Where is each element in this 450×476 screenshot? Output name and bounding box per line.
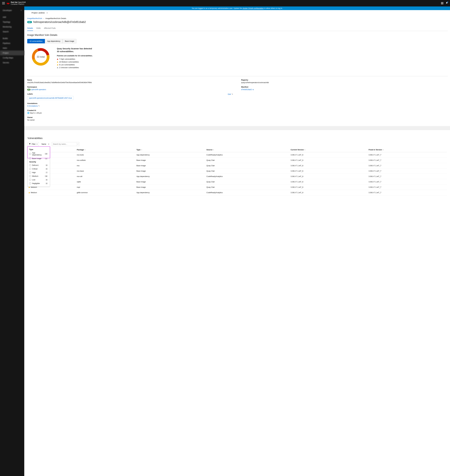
dd-item[interactable]: High7: [28, 171, 50, 174]
filter-button[interactable]: Filter▾: [28, 142, 39, 146]
breadcrumb-root[interactable]: ImageManifestVuln: [27, 17, 42, 19]
name-filter-button[interactable]: Name▾: [40, 142, 50, 146]
table-row: Highnss-softoknBase imageQuay Clair3.36.…: [28, 158, 447, 163]
checkbox[interactable]: [29, 153, 31, 155]
hamburger-menu-icon[interactable]: [2, 2, 5, 4]
dd-item[interactable]: Critical0: [28, 167, 50, 171]
sidebar-item[interactable]: Search: [0, 29, 24, 34]
redhat-icon: [6, 2, 10, 5]
type-value: Base image: [135, 185, 205, 190]
bell-icon[interactable]: [446, 2, 448, 5]
sidebar-item[interactable]: Project: [0, 51, 24, 55]
external-link-icon: ⧉: [252, 89, 254, 90]
fixed-version-value: 3.36.0-7.1.el7_7: [367, 174, 447, 179]
oauth-config-link[interactable]: cluster OAuth configuration: [243, 7, 264, 9]
labels-label: Labels: [27, 93, 33, 95]
checkbox[interactable]: [29, 168, 31, 170]
chevron-down-icon: ▾: [48, 143, 49, 145]
col-source[interactable]: Source⇅: [205, 147, 290, 152]
ns-badge: NS: [27, 89, 30, 91]
owner-value: No owner: [27, 119, 233, 121]
package-value: nss-tools: [76, 152, 136, 158]
source-value: Quay Clair: [205, 158, 290, 163]
slash-shortcut: /: [77, 143, 79, 145]
col-package[interactable]: Package⇅: [76, 147, 136, 152]
notification-dot: [447, 2, 448, 3]
sidebar-item[interactable]: Secrets: [0, 60, 24, 65]
dd-item[interactable]: Base image11: [28, 157, 50, 160]
pencil-icon: ✎: [231, 93, 233, 95]
current-version-value: 3.36.0-7.1.el7_6: [290, 163, 367, 168]
search-input[interactable]: [52, 142, 77, 146]
triangle-med-icon: [29, 186, 30, 188]
checkbox[interactable]: [29, 175, 31, 177]
triangle-unknown-icon: [57, 67, 58, 68]
registry-value: quay.io/helmoperators/cockroachdb: [241, 81, 447, 83]
dd-item[interactable]: Defcon10: [28, 163, 50, 167]
current-version-value: 3.36.0-7.1.el7_6: [290, 174, 367, 179]
vuln-table: Severity↑ Package⇅ Type⇅ Source⇅ Current…: [28, 147, 447, 195]
edit-labels[interactable]: Edit ✎: [228, 93, 233, 95]
source-value: Quay Clair: [205, 163, 290, 168]
col-fixed-version[interactable]: Fixed in Version⇅: [367, 147, 447, 152]
pencil-icon[interactable]: ✎: [38, 105, 40, 107]
current-version-value: 3.36.0-7.1.el7_6: [290, 190, 367, 195]
label-chip[interactable]: openshift-operators/cockroachdb-6675bdb8…: [27, 96, 74, 100]
sidebar-item[interactable]: Topology: [0, 19, 24, 24]
checkbox[interactable]: [29, 182, 31, 184]
tab-affected-pods[interactable]: Affected Pods: [44, 26, 56, 31]
source-value: Quay Clair: [205, 179, 290, 185]
summary-title-2: 33 vulnerabilities.: [57, 50, 93, 52]
filter-toolbar: Filter▾ Name▾ / Type App dependency22Bas…: [28, 142, 447, 146]
breadcrumb: ImageManifestVuln › ImageManifestVuln De…: [26, 16, 448, 20]
namespace-link[interactable]: openshift-operators: [31, 88, 46, 91]
page-title: helmoperators/cockroachdb@d7e0d516ab2: [33, 20, 86, 23]
dd-item[interactable]: Negligible0: [28, 182, 50, 185]
package-value: nss: [76, 163, 136, 168]
sev-unknown-line: 2 Unknown vulnerabilities: [57, 67, 93, 69]
count-badge: 0: [45, 164, 48, 166]
dd-item[interactable]: App dependency22: [28, 151, 50, 157]
donut-center-label: 33 total: [31, 47, 50, 66]
summary-title: Quay Security Scanner has detected: [57, 47, 93, 50]
tab-details[interactable]: Details: [27, 26, 33, 31]
sidebar-perspective[interactable]: Developer▾: [0, 8, 24, 13]
checkbox[interactable]: [29, 172, 31, 173]
table-row: Mediumgitlib-commonApp dependencyCodeRea…: [28, 190, 447, 195]
tabs: Details YAML Affected Pods: [26, 26, 448, 31]
current-version-value: 3.36.0-7.1.el7_6: [290, 179, 367, 185]
apps-icon[interactable]: [441, 2, 443, 4]
col-current-version[interactable]: Current Version⇅: [290, 147, 367, 152]
project-selector[interactable]: Project: andrew ▾: [24, 10, 450, 16]
sidebar-item[interactable]: Pipelines: [0, 41, 24, 46]
package-value: nss-base: [76, 168, 136, 174]
table-row: MediumnsprBase imageQuay Clair3.36.0-7.1…: [28, 185, 447, 190]
count-badge: 8: [45, 179, 48, 181]
owner-label: Owner: [27, 116, 233, 118]
dd-item[interactable]: Low8: [28, 178, 50, 182]
login-banner: You are logged in as a temporary adminis…: [24, 6, 450, 10]
btn-app-dependency[interactable]: App dependency: [45, 39, 63, 43]
checkbox[interactable]: [29, 164, 31, 166]
tab-yaml[interactable]: YAML: [36, 26, 41, 31]
annotations-link[interactable]: 0 Annotations: [27, 105, 38, 107]
dd-item[interactable]: Medium16: [28, 174, 50, 178]
source-value: Quay Clair: [205, 185, 290, 190]
sidebar-item[interactable]: Config Maps: [0, 55, 24, 60]
sidebar-item[interactable]: Monitoring: [0, 24, 24, 29]
btn-base-image[interactable]: Base image: [63, 39, 77, 43]
checkbox[interactable]: [29, 158, 31, 159]
sidebar-item[interactable]: Builds: [0, 36, 24, 41]
sidebar-item[interactable]: Add: [0, 15, 24, 19]
col-type[interactable]: Type⇅: [135, 147, 205, 152]
brand-logo[interactable]: Red Hat OpenShift Container Platform: [6, 1, 26, 5]
sidebar-item[interactable]: Helm: [0, 46, 24, 51]
btn-all-vuln[interactable]: All vulnerabilities: [27, 39, 45, 43]
view-toggle: All vulnerabilities App dependency Base …: [27, 39, 77, 43]
manifest-link[interactable]: d7e0d516ab2 ⧉: [241, 88, 254, 91]
vuln-section-title: Vulnerabilities: [28, 137, 447, 140]
package-value: nss-util: [76, 174, 136, 179]
count-badge: 11: [44, 158, 48, 159]
type-value: Base image: [135, 163, 205, 168]
checkbox[interactable]: [29, 179, 31, 181]
